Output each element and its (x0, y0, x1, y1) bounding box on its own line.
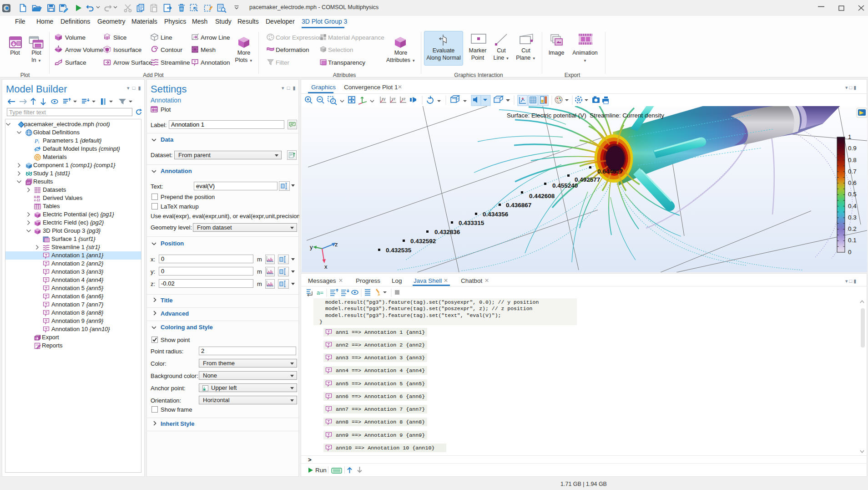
svg-text:0.434356: 0.434356 (483, 211, 509, 218)
svg-text:0.432535: 0.432535 (386, 247, 412, 254)
svg-text:0.3: 0.3 (848, 214, 857, 221)
svg-text:a=: a= (317, 289, 323, 296)
svg-text:x: x (324, 263, 328, 270)
svg-text:0.436867: 0.436867 (506, 202, 531, 209)
svg-text:z: z (335, 241, 338, 248)
svg-text:Surface: Electric potential (V: Surface: Electric potential (V) Streamli… (507, 112, 664, 119)
svg-text:0.7: 0.7 (848, 168, 857, 175)
svg-text:0.455240: 0.455240 (552, 182, 578, 189)
svg-text:0: 0 (848, 249, 852, 255)
svg-text:0.9: 0.9 (848, 145, 857, 152)
svg-text:y: y (310, 244, 313, 250)
svg-text:0.1: 0.1 (848, 237, 857, 244)
svg-text:1: 1 (848, 133, 852, 140)
svg-text:0.5: 0.5 (848, 191, 857, 198)
svg-text:0.433315: 0.433315 (459, 219, 484, 226)
svg-text:0.2: 0.2 (848, 225, 857, 232)
svg-text:0.432592: 0.432592 (410, 238, 436, 245)
svg-text:0.6: 0.6 (848, 179, 857, 186)
svg-text:0.492577: 0.492577 (575, 176, 600, 183)
svg-text:0.644517: 0.644517 (597, 168, 623, 175)
svg-text:0.8: 0.8 (848, 157, 857, 163)
svg-text:0.442608: 0.442608 (529, 193, 555, 199)
svg-text:0.432836: 0.432836 (434, 229, 460, 235)
svg-text:0.4: 0.4 (848, 203, 857, 209)
